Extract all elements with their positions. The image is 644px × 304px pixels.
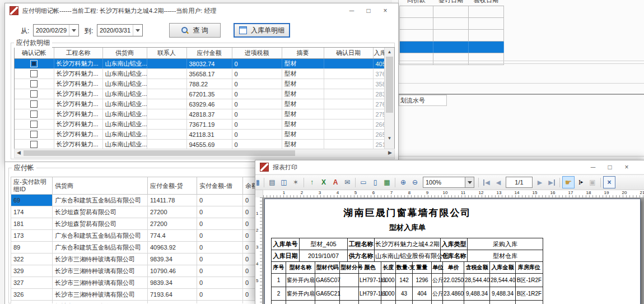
open-icon[interactable]: ◫ <box>278 177 290 188</box>
minimize-button[interactable]: ─ <box>585 160 601 174</box>
column-header[interactable]: 供货商 <box>102 48 147 59</box>
table-row[interactable]: 329长沙市三湘特种玻璃有限公司10790.4600 <box>11 265 255 277</box>
table-row[interactable] <box>272 301 543 304</box>
settings-icon[interactable]: ✶ <box>290 177 301 188</box>
table-row[interactable]: 322长沙市三湘特种玻璃有限公司9839.3400 <box>11 254 255 265</box>
scrollbar-thumb[interactable] <box>24 150 295 156</box>
page-indicator[interactable]: 1/1 <box>506 177 533 188</box>
table-row[interactable]: 长沙万科魅力...山东南山铝业...42118.310型材265 <box>15 130 384 140</box>
row-checkbox[interactable] <box>30 141 38 148</box>
print-icon[interactable]: ▤ <box>267 177 278 188</box>
table-row[interactable] <box>400 18 504 30</box>
column-header[interactable]: 实付金额-借 <box>197 177 243 195</box>
table-row[interactable]: 长沙万科魅力...山东南山铝业...67201.350型材283 <box>15 89 384 99</box>
column-header[interactable]: 签订日期 <box>433 0 469 6</box>
table-row[interactable]: 2窗外开内扇GA65C21LH797-1LL600043404公斤23.4860… <box>272 287 543 301</box>
maximize-button[interactable]: □ <box>360 4 377 17</box>
zoom-select[interactable]: 100% <box>423 177 474 188</box>
table-row[interactable]: 174长沙坦森贸易有限公司2720000 <box>11 206 255 218</box>
chevron-down-icon[interactable] <box>133 25 142 36</box>
table-row[interactable] <box>400 6 504 18</box>
from-date-select[interactable]: 2020/02/29 <box>33 24 79 36</box>
row-checkbox[interactable] <box>30 60 38 67</box>
chevron-down-icon[interactable] <box>69 25 78 36</box>
maximize-button[interactable]: □ <box>601 160 618 174</box>
column-header[interactable]: 验收日期 <box>469 0 504 6</box>
copy-page-icon[interactable]: ▣ <box>587 177 598 188</box>
column-header[interactable]: 摘要 <box>282 48 324 59</box>
column-header[interactable]: 确认记帐 <box>15 48 54 59</box>
excel-export-icon[interactable]: X <box>318 177 329 188</box>
column-header[interactable]: 余额 <box>243 177 255 195</box>
column-header[interactable]: 同价款 <box>400 0 433 6</box>
scrollbar-thumb[interactable] <box>386 57 393 113</box>
row-checkbox[interactable] <box>30 110 38 118</box>
inbound-detail-button[interactable]: 入库单明细 <box>234 23 290 38</box>
table-row[interactable]: 69广东合和建筑五金制品有限公司11411.7800 <box>11 195 255 206</box>
column-header[interactable]: 应付金额-贷 <box>148 177 197 195</box>
table-row[interactable]: 89广东合和建筑五金制品有限公司40963.9200 <box>11 242 255 254</box>
table-row[interactable]: 长沙万科魅力...山东南山铝业...35658.170型材376 <box>15 69 384 79</box>
table-row[interactable]: 327长沙市三湘特种玻璃有限公司9839.3400 <box>11 277 255 289</box>
table-row[interactable]: 长沙万科魅力...山东南山铝业...73671.190型材266 <box>15 119 384 130</box>
horizontal-scrollbar[interactable]: ◀ ▶ <box>14 149 395 158</box>
table-row[interactable] <box>400 30 504 42</box>
table-row[interactable]: 长沙万科魅力...山东南山铝业...788.220型材358 <box>15 79 384 89</box>
table-row[interactable]: 326长沙市三湘特种玻璃有限公司7193.6400 <box>11 289 255 301</box>
first-page-button[interactable]: ◀ <box>481 177 492 188</box>
prev-page-button[interactable]: ◀ <box>493 177 504 188</box>
row-checkbox[interactable] <box>30 90 38 98</box>
column-header[interactable]: 工程名称 <box>54 48 102 59</box>
text-select-tool-icon[interactable]: I▸ <box>575 177 586 188</box>
minimize-button[interactable]: ─ <box>343 4 360 17</box>
table-row[interactable]: 长沙万科魅力...山东南山铝业...63929.460型材276 <box>15 99 384 109</box>
scroll-down-icon[interactable]: ▼ <box>385 136 394 141</box>
table-row[interactable]: 入库单号型材_405工程名称长沙万科魅力之城4.2期入库类型采购入库 <box>272 238 543 250</box>
vertical-scrollbar[interactable]: ▲ ▼ <box>384 48 394 149</box>
column-header[interactable]: 联系人 <box>147 48 186 59</box>
scroll-right-icon[interactable]: ▶ <box>388 150 392 155</box>
row-checkbox[interactable] <box>30 80 38 87</box>
mail-icon[interactable]: ✉ <box>342 177 353 188</box>
pdf-export-icon[interactable]: A <box>330 177 341 188</box>
scroll-up-icon[interactable]: ▲ <box>385 49 394 54</box>
table-row[interactable]: 181长沙坦森贸易有限公司2720000 <box>11 218 255 230</box>
column-header[interactable]: 应付金额 <box>186 48 232 59</box>
table-row[interactable]: 长沙万科魅力...山东南山铝业...94555.690型材251 <box>15 140 384 150</box>
table-row[interactable] <box>400 42 504 53</box>
hand-tool-icon[interactable]: ☛ <box>562 176 575 188</box>
table-row[interactable]: 173广东合和建筑五金制品有限公司774.400 <box>11 230 255 242</box>
query-button[interactable]: 查 询 <box>169 23 221 38</box>
row-checkbox[interactable] <box>30 131 38 138</box>
to-date-select[interactable]: 2020/03/31 <box>97 24 143 36</box>
row-checkbox[interactable] <box>30 121 38 128</box>
zoom-in-icon[interactable]: ⊕ <box>398 177 409 188</box>
table-row[interactable]: 长沙市三湘特种玻璃有限公司 <box>11 301 255 304</box>
row-checkbox[interactable] <box>30 70 38 77</box>
close-preview-icon[interactable]: × <box>603 176 615 188</box>
chevron-down-icon[interactable] <box>465 177 474 187</box>
table-row[interactable]: 长沙万科魅力...山东南山铝业...38032.740型材405 <box>15 59 384 69</box>
table-row[interactable]: 1窗外开内扇GA65C07LH797-1LL60001421296公斤22.02… <box>272 274 543 287</box>
table-row[interactable]: 入库日期2019/10/07供方名称山东南山铝业股份有限公司仓库名称型材仓库 <box>272 250 543 262</box>
next-page-button[interactable]: ▶ <box>534 177 545 188</box>
last-page-button[interactable]: ▶ <box>546 177 557 188</box>
scroll-left-icon[interactable]: ◀ <box>17 150 21 155</box>
multi-page-icon[interactable]: ▦ <box>381 177 393 188</box>
docked-icon[interactable]: ▦ <box>256 177 262 188</box>
column-header[interactable]: 供货商 <box>53 177 148 195</box>
column-header[interactable]: 进项税额 <box>232 48 282 59</box>
column-header[interactable]: 入库 <box>373 48 384 59</box>
column-header[interactable]: 确认日期 <box>324 48 373 59</box>
page-setup-icon[interactable]: ▭ <box>358 177 369 188</box>
close-button[interactable]: × <box>377 4 394 17</box>
zoom-out-icon[interactable]: ⊖ <box>409 177 421 188</box>
serial-number-field[interactable]: 划流水号 <box>399 95 447 106</box>
column-header[interactable]: 应-实付款明细ID <box>11 177 53 195</box>
row-checkbox[interactable] <box>30 100 38 108</box>
single-page-icon[interactable]: ▯ <box>370 177 381 188</box>
preview-area[interactable]: 湖南巨晟门窗幕墙有限公司 型材入库单 入库单号型材_405工程名称长沙万科魅力之… <box>262 197 644 304</box>
table-row[interactable]: 长沙万科魅力...山东南山铝业...42818.370型材275 <box>15 109 384 119</box>
close-button[interactable]: × <box>618 160 635 174</box>
export-icon[interactable]: ↑ <box>306 177 318 188</box>
